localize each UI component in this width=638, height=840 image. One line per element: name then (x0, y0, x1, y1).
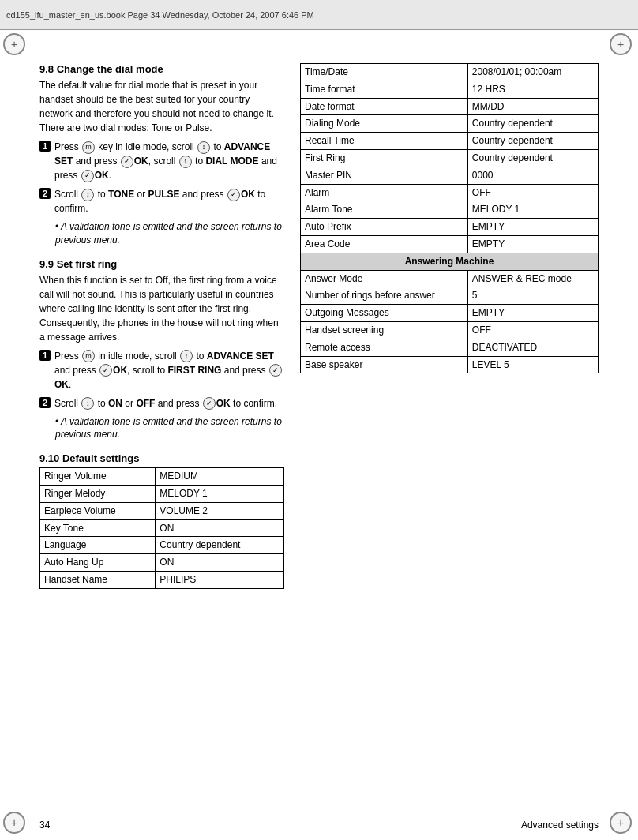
step-9-9-1: 1 Press m in idle mode, scroll ↕ to ADVA… (39, 349, 284, 392)
table-row: Recall TimeCountry dependent (301, 133, 599, 150)
table-row: Base speakerLEVEL 5 (301, 356, 599, 373)
table-row: Time/Date2008/01/01; 00:00am (301, 64, 599, 81)
step-9-8-1: 1 Press m key in idle mode, scroll ↕ to … (39, 140, 284, 182)
main-content: 9.8 Change the dial mode The default val… (39, 63, 599, 793)
settings-table: Time/Date2008/01/01; 00:00amTime format1… (300, 63, 599, 373)
corner-mark-bl (3, 812, 28, 837)
table-row: Auto PrefixEMPTY (301, 219, 599, 236)
step-num-1: 1 (39, 141, 51, 152)
table-row: Time format12 HRS (301, 81, 599, 98)
corner-circle-br (610, 812, 632, 834)
section-9-8-intro: The default value for dial mode that is … (39, 78, 284, 135)
menu-icon-2: m (82, 350, 95, 362)
table-row: Dialing ModeCountry dependent (301, 115, 599, 133)
table-row: Outgoing MessagesEMPTY (301, 305, 599, 322)
table-row: Answer ModeANSWER & REC mode (301, 270, 599, 287)
step-num-9-9-2: 2 (39, 397, 51, 408)
answering-machine-header: Answering Machine (301, 253, 599, 270)
table-row: LanguageCountry dependent (40, 537, 284, 554)
ok-icon-1: ✓ (121, 156, 133, 168)
table-row: First RingCountry dependent (301, 149, 599, 167)
section-9-8-bullet: A validation tone is emitted and the scr… (55, 220, 284, 247)
left-column: 9.8 Change the dial mode The default val… (39, 63, 284, 600)
step-9-9-1-text: Press m in idle mode, scroll ↕ to ADVANC… (54, 349, 284, 392)
table-row: Handset screeningOFF (301, 321, 599, 339)
ok-icon-2: ✓ (81, 170, 94, 182)
section-9-9: 9.9 Set first ring When this function is… (39, 258, 284, 442)
table-row: Handset NamePHILIPS (40, 571, 284, 588)
table-row: Key ToneON (40, 519, 284, 537)
step-9-9-2: 2 Scroll ↕ to ON or OFF and press ✓OK to… (39, 396, 284, 411)
table-row: Alarm ToneMELODY 1 (301, 201, 599, 219)
ok-icon-6: ✓ (203, 397, 216, 410)
step-9-8-1-text: Press m key in idle mode, scroll ↕ to AD… (54, 140, 284, 182)
scroll-icon-5: ↕ (81, 397, 94, 410)
ok-icon-3: ✓ (227, 189, 240, 201)
corner-mark-tr (610, 33, 635, 58)
section-9-10-title: 9.10 Default settings (39, 452, 284, 464)
corner-mark-br (610, 812, 635, 837)
section-9-9-steps: 1 Press m in idle mode, scroll ↕ to ADVA… (39, 349, 284, 411)
table-row: Ringer VolumeMEDIUM (40, 468, 284, 486)
table-row: Remote accessDEACTIVATED (301, 339, 599, 356)
corner-circle-tl (3, 33, 25, 55)
table-row: AlarmOFF (301, 184, 599, 201)
step-num-2: 2 (39, 188, 51, 199)
page-label: Advanced settings (521, 819, 599, 831)
corner-circle-tr (610, 33, 632, 55)
section-9-8: 9.8 Change the dial mode The default val… (39, 63, 284, 247)
menu-icon: m (82, 141, 95, 154)
footer: 34 Advanced settings (39, 819, 599, 831)
step-9-8-2-text: Scroll ↕ to TONE or PULSE and press ✓OK … (54, 187, 284, 216)
table-row: Date formatMM/DD (301, 98, 599, 115)
section-9-8-title: 9.8 Change the dial mode (39, 63, 284, 75)
section-9-8-steps: 1 Press m key in idle mode, scroll ↕ to … (39, 140, 284, 216)
table-row: Earpiece VolumeVOLUME 2 (40, 502, 284, 519)
section-9-10: 9.10 Default settings Ringer VolumeMEDIU… (39, 452, 284, 589)
scroll-icon-1: ↕ (197, 141, 210, 154)
step-9-8-2: 2 Scroll ↕ to TONE or PULSE and press ✓O… (39, 187, 284, 216)
table-row: Number of rings before answer5 (301, 287, 599, 305)
ok-icon-4: ✓ (99, 364, 112, 377)
scroll-icon-3: ↕ (81, 189, 94, 201)
step-num-9-9-1: 1 (39, 350, 51, 361)
default-settings-table: Ringer VolumeMEDIUMRinger MelodyMELODY 1… (39, 467, 284, 589)
section-9-9-bullet: A validation tone is emitted and the scr… (55, 415, 284, 442)
right-column: Time/Date2008/01/01; 00:00amTime format1… (300, 63, 599, 373)
scroll-icon-4: ↕ (180, 350, 193, 362)
section-9-9-title: 9.9 Set first ring (39, 258, 284, 270)
corner-circle-bl (3, 812, 25, 834)
scroll-icon-2: ↕ (179, 156, 192, 168)
page-number: 34 (39, 819, 50, 831)
table-row: Master PIN0000 (301, 167, 599, 184)
corner-mark-tl (3, 33, 28, 58)
header-bar: cd155_ifu_master_en_us.book Page 34 Wedn… (0, 0, 638, 30)
table-row: Area CodeEMPTY (301, 235, 599, 253)
table-row: Ringer MelodyMELODY 1 (40, 485, 284, 502)
section-9-9-intro: When this function is set to Off, the fi… (39, 273, 284, 344)
ok-icon-5: ✓ (269, 364, 282, 377)
header-text: cd155_ifu_master_en_us.book Page 34 Wedn… (6, 10, 314, 20)
step-9-9-2-text: Scroll ↕ to ON or OFF and press ✓OK to c… (54, 396, 277, 411)
table-row: Auto Hang UpON (40, 554, 284, 572)
